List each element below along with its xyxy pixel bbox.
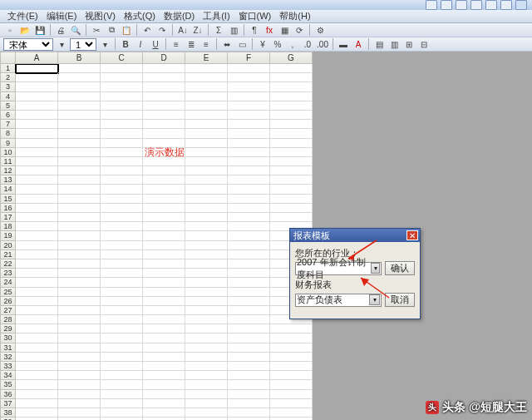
cell[interactable] <box>58 148 101 157</box>
row-header[interactable]: 5 <box>0 101 16 111</box>
cell[interactable] <box>143 324 185 334</box>
undo-icon[interactable]: ↶ <box>140 23 154 37</box>
cell[interactable] <box>58 297 101 306</box>
cell[interactable] <box>16 175 58 185</box>
cell[interactable] <box>270 380 313 389</box>
comma-icon[interactable]: , <box>286 37 299 51</box>
cell[interactable] <box>16 288 58 297</box>
row-header[interactable]: 16 <box>0 204 16 213</box>
cell[interactable] <box>228 231 270 240</box>
cell[interactable] <box>16 213 58 222</box>
cell[interactable] <box>101 213 143 222</box>
font-select[interactable]: 宋体 <box>3 38 53 51</box>
cell[interactable] <box>143 399 185 408</box>
select-all-corner[interactable] <box>0 52 16 64</box>
cell[interactable] <box>101 82 143 91</box>
new-icon[interactable]: ▫ <box>3 23 17 37</box>
chevron-down-icon[interactable]: ▾ <box>369 294 380 305</box>
cell[interactable] <box>228 399 270 408</box>
cell[interactable] <box>228 241 270 250</box>
titlebar-icon[interactable] <box>456 0 467 10</box>
size-dropdown-icon[interactable]: ▾ <box>98 37 111 51</box>
titlebar-icon[interactable] <box>441 0 452 10</box>
cell[interactable] <box>270 390 313 399</box>
cell[interactable] <box>58 101 101 111</box>
row-header[interactable]: 2 <box>0 73 16 82</box>
cell[interactable] <box>16 120 58 129</box>
grid-body[interactable]: 12345678910演示数据1112131415161718192021222… <box>0 64 313 420</box>
cell[interactable] <box>185 278 228 287</box>
cell[interactable] <box>143 166 185 175</box>
cell[interactable] <box>58 408 101 418</box>
size-select[interactable]: 12 <box>70 38 96 51</box>
cell[interactable] <box>143 353 185 362</box>
row-header[interactable]: 12 <box>0 166 16 175</box>
cell[interactable] <box>185 408 228 418</box>
row-header[interactable]: 25 <box>0 288 16 297</box>
cell[interactable] <box>143 241 185 250</box>
cell[interactable] <box>16 324 58 334</box>
cell[interactable] <box>228 175 270 185</box>
cell[interactable] <box>101 371 143 380</box>
cell[interactable] <box>270 371 313 380</box>
cell[interactable] <box>101 64 143 73</box>
cell[interactable] <box>58 343 101 353</box>
cell[interactable] <box>270 148 313 157</box>
cell[interactable] <box>228 73 270 82</box>
cell[interactable] <box>16 231 58 240</box>
col-op-icon[interactable]: ▥ <box>387 37 401 51</box>
row-header[interactable]: 19 <box>0 231 16 240</box>
cell[interactable] <box>185 204 228 213</box>
cell[interactable] <box>16 362 58 371</box>
row-header[interactable]: 31 <box>0 343 16 353</box>
cell[interactable] <box>16 306 58 315</box>
cell[interactable] <box>270 195 313 204</box>
cell[interactable] <box>228 334 270 343</box>
sum-icon[interactable]: Σ <box>212 23 225 37</box>
row-header[interactable]: 1 <box>0 64 16 73</box>
cell[interactable] <box>143 73 185 82</box>
cell[interactable] <box>101 139 143 148</box>
row-header[interactable]: 14 <box>0 185 16 194</box>
cell[interactable] <box>16 399 58 408</box>
cell[interactable] <box>228 362 270 371</box>
fill-color-icon[interactable]: ▬ <box>337 37 350 51</box>
cell[interactable] <box>143 101 185 111</box>
cell[interactable] <box>58 166 101 175</box>
cell[interactable] <box>101 334 143 343</box>
cell[interactable] <box>16 380 58 389</box>
cell[interactable] <box>58 278 101 287</box>
cell[interactable] <box>228 139 270 148</box>
cell[interactable] <box>185 353 228 362</box>
cell[interactable] <box>16 222 58 231</box>
cell[interactable] <box>16 101 58 111</box>
cell[interactable] <box>185 101 228 111</box>
cell[interactable] <box>58 399 101 408</box>
cell[interactable] <box>185 259 228 269</box>
cell[interactable] <box>16 92 58 101</box>
cell[interactable] <box>16 204 58 213</box>
open-icon[interactable]: 📂 <box>18 23 32 37</box>
demo-data-cell[interactable]: 演示数据 <box>143 148 185 157</box>
col-header[interactable]: B <box>58 52 101 64</box>
cell[interactable] <box>58 315 101 324</box>
cell[interactable] <box>101 288 143 297</box>
cell[interactable] <box>58 185 101 194</box>
cell[interactable] <box>228 297 270 306</box>
cell[interactable] <box>185 269 228 278</box>
cell[interactable] <box>16 157 58 166</box>
cell[interactable] <box>228 250 270 259</box>
cell[interactable] <box>16 195 58 204</box>
col-header[interactable]: A <box>16 52 58 64</box>
cell[interactable] <box>270 120 313 129</box>
dec-decimal-icon[interactable]: .00 <box>316 37 329 51</box>
cell[interactable] <box>16 241 58 250</box>
row-header[interactable]: 30 <box>0 334 16 343</box>
cell[interactable] <box>185 120 228 129</box>
cell[interactable] <box>228 315 270 324</box>
cell[interactable] <box>270 324 313 334</box>
cell[interactable] <box>16 334 58 343</box>
cell[interactable] <box>143 213 185 222</box>
cell[interactable] <box>228 380 270 389</box>
underline-icon[interactable]: U <box>149 37 162 51</box>
